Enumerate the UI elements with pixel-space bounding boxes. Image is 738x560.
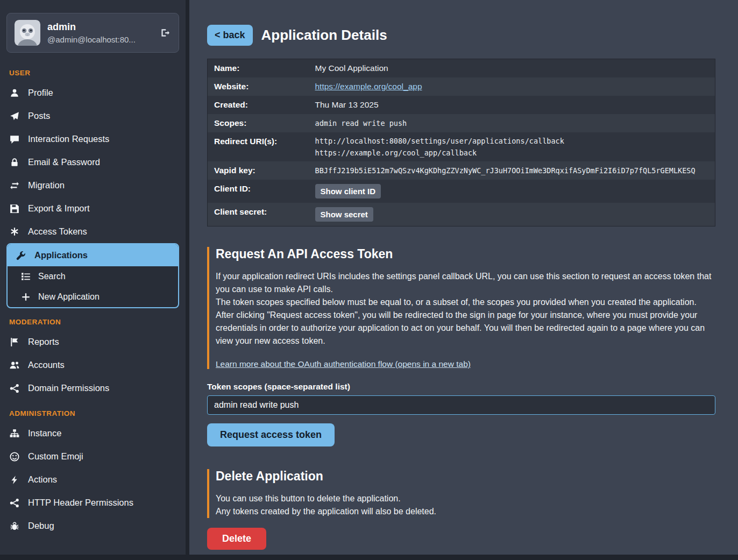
sidebar-item-access-tokens[interactable]: Access Tokens — [0, 220, 186, 243]
sidebar-section-moderation: MODERATION — [0, 308, 186, 330]
exchange-arrows-icon — [9, 181, 20, 190]
sidebar-section-administration: ADMINISTRATION — [0, 400, 186, 422]
sidebar-item-label: Posts — [28, 111, 50, 121]
page-header: < back Application Details — [207, 25, 715, 46]
applications-group: Applications Search New Application — [6, 243, 179, 308]
sidebar-item-reports[interactable]: Reports — [0, 330, 186, 353]
save-icon — [9, 204, 20, 214]
table-row-website: Website: https://example.org/cool_app — [208, 77, 715, 96]
sidebar-item-label: Debug — [28, 521, 54, 531]
sidebar-item-label: Email & Password — [28, 157, 100, 167]
share-nodes-icon — [9, 498, 20, 508]
smiley-icon — [9, 452, 20, 462]
user-meta: admin @admin@localhost:80... — [47, 22, 136, 44]
request-token-paragraph: The token scopes specified below must be… — [216, 296, 715, 309]
token-scopes-label: Token scopes (space-separated list) — [207, 382, 715, 392]
sidebar-item-label: Instance — [28, 428, 61, 438]
sidebar-item-custom-emoji[interactable]: Custom Emoji — [0, 445, 186, 468]
request-access-token-button[interactable]: Request access token — [207, 423, 335, 446]
sign-out-icon — [159, 28, 170, 38]
table-row-scopes: Scopes: admin read write push — [208, 114, 715, 132]
page-title: Application Details — [261, 27, 387, 44]
user-card[interactable]: admin @admin@localhost:80... — [6, 13, 179, 53]
comment-icon — [9, 134, 20, 144]
sidebar-item-actions[interactable]: Actions — [0, 468, 186, 491]
table-row-vapid-key: Vapid key: BBJffJ219b5iE512m7wQSzv4KgKDh… — [208, 161, 715, 180]
row-value: http://localhost:8080/settings/user/appl… — [309, 132, 715, 161]
sidebar-item-domain-permissions[interactable]: Domain Permissions — [0, 377, 186, 400]
delete-application-line: Any tokens created by the application wi… — [216, 505, 715, 518]
delete-application-section: Delete Application You can use this butt… — [207, 469, 715, 518]
row-value: Show secret — [309, 203, 715, 226]
row-label: Client ID: — [208, 180, 309, 203]
list-icon — [20, 272, 31, 281]
sidebar-item-label: Custom Emoji — [28, 451, 83, 462]
sidebar-subitem-label: Search — [38, 272, 66, 281]
asterisk-icon — [9, 227, 20, 237]
back-button[interactable]: < back — [207, 25, 253, 46]
main-content: < back Application Details Name: My Cool… — [189, 0, 738, 555]
sidebar-item-export-import[interactable]: Export & Import — [0, 197, 186, 220]
sidebar-item-label: Actions — [28, 474, 57, 485]
row-value: BBJffJ219b5iE512m7wQSzv4KgKDhgZZVzNyWC_r… — [309, 161, 715, 180]
row-label: Website: — [208, 77, 309, 96]
users-icon — [9, 360, 20, 370]
sidebar-item-applications[interactable]: Applications — [8, 244, 178, 266]
sidebar-item-profile[interactable]: Profile — [0, 81, 186, 104]
row-label: Scopes: — [208, 114, 309, 132]
row-label: Created: — [208, 96, 309, 114]
application-details-table: Name: My Cool Application Website: https… — [207, 59, 715, 226]
sidebar-item-interaction-requests[interactable]: Interaction Requests — [0, 127, 186, 151]
sidebar-item-label: Domain Permissions — [28, 383, 109, 393]
flag-icon — [9, 337, 20, 347]
user-icon — [9, 88, 20, 98]
table-row-redirect-uris: Redirect URI(s): http://localhost:8080/s… — [208, 132, 715, 161]
request-token-paragraph: After clicking "Request access token", y… — [216, 309, 715, 348]
sidebar-item-posts[interactable]: Posts — [0, 104, 186, 127]
token-scopes-input[interactable] — [207, 395, 715, 415]
row-label: Name: — [208, 59, 309, 78]
delete-application-title: Delete Application — [216, 469, 715, 484]
row-value: Show client ID — [309, 180, 715, 203]
user-name: admin — [47, 22, 136, 33]
row-value: My Cool Application — [309, 59, 715, 78]
sidebar-item-label: Applications — [34, 250, 88, 260]
sidebar-item-migration[interactable]: Migration — [0, 174, 186, 197]
share-nodes-icon — [9, 384, 20, 393]
sidebar-item-email-password[interactable]: Email & Password — [0, 151, 186, 174]
bug-icon — [9, 521, 20, 531]
sidebar-item-label: Migration — [28, 180, 65, 190]
delete-application-line: You can use this button to delete the ap… — [216, 492, 715, 505]
sidebar-item-debug[interactable]: Debug — [0, 514, 186, 537]
sidebar-subitem-search[interactable]: Search — [8, 266, 178, 287]
sidebar-item-instance[interactable]: Instance — [0, 422, 186, 445]
sidebar-item-accounts[interactable]: Accounts — [0, 353, 186, 377]
request-token-paragraph: If your application redirect URIs includ… — [216, 270, 715, 296]
sidebar-subitem-new-application[interactable]: New Application — [8, 287, 178, 307]
delete-button[interactable]: Delete — [207, 528, 266, 550]
paper-plane-icon — [9, 111, 20, 121]
row-value: https://example.org/cool_app — [309, 77, 715, 96]
row-value: admin read write push — [309, 114, 715, 132]
wrench-icon — [16, 251, 26, 260]
request-token-section: Request An API Access Token If your appl… — [207, 247, 715, 369]
row-label: Redirect URI(s): — [208, 132, 309, 161]
show-client-id-button[interactable]: Show client ID — [315, 184, 381, 199]
redirect-uri-line: https://example.org/cool_app/callback — [315, 148, 709, 157]
oauth-docs-link[interactable]: Learn more about the OAuth authenticatio… — [216, 359, 471, 369]
row-value: Thu Mar 13 2025 — [309, 96, 715, 114]
user-handle: @admin@localhost:80... — [47, 35, 136, 44]
sidebar-section-user: USER — [0, 59, 186, 81]
sidebar-item-label: Export & Import — [28, 203, 90, 214]
website-link[interactable]: https://example.org/cool_app — [315, 82, 422, 91]
sidebar-item-http-header-permissions[interactable]: HTTP Header Permissions — [0, 491, 186, 514]
sidebar-item-label: Accounts — [28, 360, 65, 370]
logout-button[interactable] — [158, 27, 171, 39]
table-row-name: Name: My Cool Application — [208, 59, 715, 78]
show-secret-button[interactable]: Show secret — [315, 207, 373, 222]
sidebar: admin @admin@localhost:80... USER Profil… — [0, 0, 186, 555]
sitemap-icon — [9, 429, 20, 438]
row-label: Vapid key: — [208, 161, 309, 180]
redirect-uri-line: http://localhost:8080/settings/user/appl… — [315, 137, 709, 145]
token-scopes-form: Token scopes (space-separated list) Requ… — [207, 382, 715, 446]
